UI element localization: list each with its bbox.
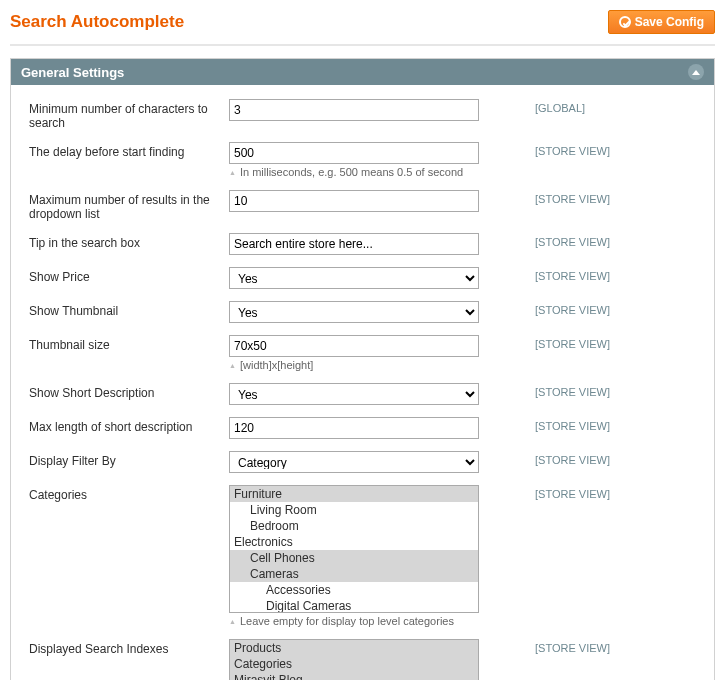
check-circle-icon — [619, 16, 631, 28]
min-chars-input[interactable] — [229, 99, 479, 121]
field-min-chars: Minimum number of characters to search [… — [29, 99, 696, 130]
field-label: Thumbnail size — [29, 335, 229, 352]
field-thumbnail-size: Thumbnail size [width]x[height] [STORE V… — [29, 335, 696, 371]
scope-label: [STORE VIEW] — [509, 639, 629, 654]
panel-title: General Settings — [21, 65, 124, 80]
index-option[interactable]: Products — [230, 640, 478, 656]
collapse-icon[interactable] — [688, 64, 704, 80]
category-option[interactable]: Accessories — [230, 582, 478, 598]
field-show-thumbnail: Show Thumbnail Yes [STORE VIEW] — [29, 301, 696, 323]
scope-label: [STORE VIEW] — [509, 485, 629, 500]
field-show-price: Show Price Yes [STORE VIEW] — [29, 267, 696, 289]
page-header: Search Autocomplete Save Config — [10, 10, 715, 34]
field-control — [229, 233, 509, 255]
panel-header[interactable]: General Settings — [11, 59, 714, 85]
categories-multiselect[interactable]: FurnitureLiving RoomBedroomElectronicsCe… — [229, 485, 479, 613]
field-hint: [width]x[height] — [229, 359, 509, 371]
category-option[interactable]: Bedroom — [230, 518, 478, 534]
category-option[interactable]: Cameras — [230, 566, 478, 582]
scope-label: [STORE VIEW] — [509, 301, 629, 316]
max-short-desc-input[interactable] — [229, 417, 479, 439]
index-option[interactable]: Mirasvit Blog — [230, 672, 478, 680]
field-hint: In milliseconds, e.g. 500 means 0.5 of s… — [229, 166, 509, 178]
field-control: Yes — [229, 301, 509, 323]
page-title: Search Autocomplete — [10, 12, 184, 32]
save-config-button[interactable]: Save Config — [608, 10, 715, 34]
scope-label: [GLOBAL] — [509, 99, 629, 114]
field-label: Show Thumbnail — [29, 301, 229, 318]
field-control: FurnitureLiving RoomBedroomElectronicsCe… — [229, 485, 509, 627]
field-control: [width]x[height] — [229, 335, 509, 371]
field-label: Show Price — [29, 267, 229, 284]
field-control: Category — [229, 451, 509, 473]
field-label: Categories — [29, 485, 229, 502]
scope-label: [STORE VIEW] — [509, 267, 629, 282]
field-label: Maximum number of results in the dropdow… — [29, 190, 229, 221]
field-control: In milliseconds, e.g. 500 means 0.5 of s… — [229, 142, 509, 178]
scope-label: [STORE VIEW] — [509, 451, 629, 466]
scope-label: [STORE VIEW] — [509, 233, 629, 248]
field-tip: Tip in the search box [STORE VIEW] — [29, 233, 696, 255]
category-option[interactable]: Cell Phones — [230, 550, 478, 566]
scope-label: [STORE VIEW] — [509, 190, 629, 205]
show-price-select[interactable]: Yes — [229, 267, 479, 289]
scope-label: [STORE VIEW] — [509, 383, 629, 398]
field-label: Tip in the search box — [29, 233, 229, 250]
filter-by-select[interactable]: Category — [229, 451, 479, 473]
show-thumbnail-select[interactable]: Yes — [229, 301, 479, 323]
field-max-short-desc: Max length of short description [STORE V… — [29, 417, 696, 439]
category-option[interactable]: Furniture — [230, 486, 478, 502]
field-control — [229, 417, 509, 439]
category-option[interactable]: Living Room — [230, 502, 478, 518]
header-divider — [10, 44, 715, 46]
field-filter-by: Display Filter By Category [STORE VIEW] — [29, 451, 696, 473]
field-control — [229, 190, 509, 212]
field-label: Displayed Search Indexes — [29, 639, 229, 656]
field-max-results: Maximum number of results in the dropdow… — [29, 190, 696, 221]
category-option[interactable]: Electronics — [230, 534, 478, 550]
indexes-multiselect[interactable]: ProductsCategoriesMirasvit BlogPages — [229, 639, 479, 680]
field-search-indexes: Displayed Search Indexes ProductsCategor… — [29, 639, 696, 680]
field-hint: Leave empty for display top level catego… — [229, 615, 509, 627]
scope-label: [STORE VIEW] — [509, 417, 629, 432]
scope-label: [STORE VIEW] — [509, 335, 629, 350]
field-short-desc: Show Short Description Yes [STORE VIEW] — [29, 383, 696, 405]
short-desc-select[interactable]: Yes — [229, 383, 479, 405]
field-label: Show Short Description — [29, 383, 229, 400]
field-label: Max length of short description — [29, 417, 229, 434]
panel-body: Minimum number of characters to search [… — [11, 85, 714, 680]
delay-input[interactable] — [229, 142, 479, 164]
field-control — [229, 99, 509, 121]
index-option[interactable]: Categories — [230, 656, 478, 672]
thumbnail-size-input[interactable] — [229, 335, 479, 357]
field-control: Yes — [229, 267, 509, 289]
tip-input[interactable] — [229, 233, 479, 255]
field-label: Minimum number of characters to search — [29, 99, 229, 130]
category-option[interactable]: Digital Cameras — [230, 598, 478, 613]
scope-label: [STORE VIEW] — [509, 142, 629, 157]
max-results-input[interactable] — [229, 190, 479, 212]
field-control: Yes — [229, 383, 509, 405]
field-control: ProductsCategoriesMirasvit BlogPages — [229, 639, 509, 680]
field-delay: The delay before start finding In millis… — [29, 142, 696, 178]
field-label: The delay before start finding — [29, 142, 229, 159]
field-categories: Categories FurnitureLiving RoomBedroomEl… — [29, 485, 696, 627]
save-config-label: Save Config — [635, 15, 704, 29]
field-label: Display Filter By — [29, 451, 229, 468]
general-settings-panel: General Settings Minimum number of chara… — [10, 58, 715, 680]
